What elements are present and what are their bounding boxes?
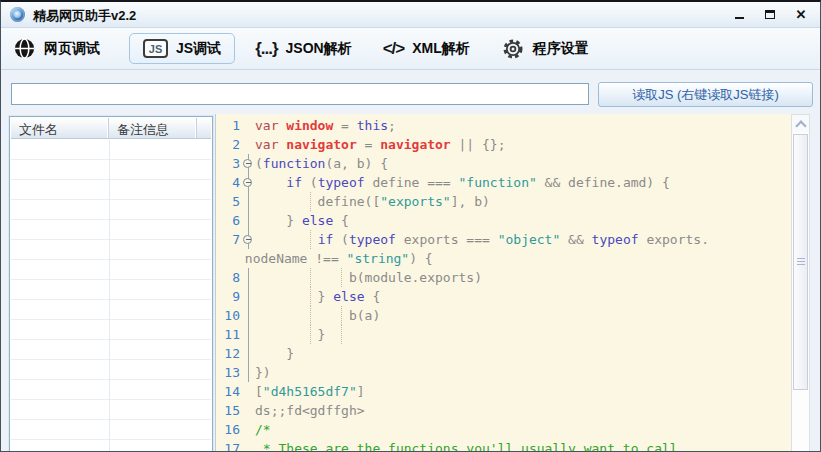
indent-guide [341, 268, 342, 287]
code-line: nodeName !== "string") { [216, 249, 791, 268]
column-header-filler [197, 118, 211, 138]
fold-column [242, 306, 255, 325]
code-line: 14["d4h5165df7"] [216, 382, 791, 401]
url-input[interactable] [11, 83, 589, 105]
code-line: 12 } [216, 344, 791, 363]
fold-column [242, 287, 255, 306]
fold-column [242, 401, 255, 420]
fold-rail [248, 306, 249, 325]
fold-column [242, 230, 255, 249]
tab-js-debug[interactable]: JS JS调试 [129, 33, 235, 64]
fold-column [242, 382, 255, 401]
maximize-icon [765, 10, 775, 19]
js-icon: JS [143, 39, 168, 58]
fold-rail [248, 325, 249, 344]
line-number: 1 [216, 116, 242, 135]
line-number: 3 [216, 154, 242, 173]
fold-rail [248, 344, 249, 363]
line-number: 2 [216, 135, 242, 154]
code-text: var navigator = navigator || {}; [255, 135, 791, 154]
code-line: 3(function(a, b) { [216, 154, 791, 173]
fold-rail [248, 211, 249, 230]
line-number: 9 [216, 287, 242, 306]
code-text: } [255, 325, 791, 344]
tab-web-debug[interactable]: 网页调试 [11, 32, 102, 65]
fold-column [242, 439, 255, 452]
code-line: 10 b(a) [216, 306, 791, 325]
code-text: if (typeof exports === "object" && typeo… [255, 230, 791, 249]
fold-column [242, 135, 255, 154]
fold-column [242, 344, 255, 363]
code-text: if (typeof define === "function" && defi… [255, 173, 791, 192]
fold-column [242, 325, 255, 344]
column-header-remark[interactable]: 备注信息 [109, 118, 197, 138]
line-number: 14 [216, 382, 242, 401]
code-line: 13}) [216, 363, 791, 382]
app-window: 精易网页助手v2.2 ✕ 网页调试 JS JS调试 {...} JSON解析 <… [0, 0, 821, 452]
code-line: 17 * These are the functions you'll usua… [216, 439, 791, 452]
line-number: 13 [216, 363, 242, 382]
code-line: 6 } else { [216, 211, 791, 230]
code-text: define(["exports"], b) [255, 192, 791, 211]
close-button[interactable]: ✕ [794, 8, 808, 22]
column-header-filename[interactable]: 文件名 [11, 118, 109, 138]
tab-label: XML解析 [412, 40, 470, 58]
scrollbar-thumb[interactable] [793, 134, 808, 390]
code-line: 8 b(module.exports) [216, 268, 791, 287]
tab-json-parse[interactable]: {...} JSON解析 [253, 34, 354, 64]
fold-rail [248, 363, 249, 382]
indent-guide [310, 192, 311, 211]
fold-rail [248, 192, 249, 211]
fold-rail [248, 268, 249, 287]
line-number: 12 [216, 344, 242, 363]
fold-marker[interactable] [243, 159, 252, 168]
fold-marker[interactable] [243, 178, 252, 187]
code-line: 7 if (typeof exports === "object" && typ… [216, 230, 791, 249]
scroll-up-button[interactable] [792, 115, 809, 132]
code-text: var window = this; [255, 116, 791, 135]
code-text: b(module.exports) [255, 268, 791, 287]
gear-icon [501, 37, 525, 61]
line-number: 7 [216, 230, 242, 249]
minimize-button[interactable] [732, 8, 746, 22]
line-number: 15 [216, 401, 242, 420]
indent-guide [310, 325, 311, 344]
file-list-body[interactable] [11, 140, 211, 452]
editor-scrollbar[interactable] [791, 114, 810, 452]
code-text: (function(a, b) { [255, 154, 791, 173]
fold-column [242, 268, 255, 287]
window-controls: ✕ [732, 7, 808, 22]
window-title: 精易网页助手v2.2 [33, 7, 136, 25]
indent-guide [341, 325, 342, 344]
main-toolbar: 网页调试 JS JS调试 {...} JSON解析 </> XML解析 程序设置 [1, 28, 820, 70]
code-line: 15ds;;fd<gdffgh> [216, 401, 791, 420]
code-text: } else { [255, 287, 791, 306]
tab-xml-parse[interactable]: </> XML解析 [381, 34, 472, 64]
code-lines: 1var window = this;2var navigator = navi… [216, 116, 791, 452]
code-line: 11 } [216, 325, 791, 344]
code-text: b(a) [255, 306, 791, 325]
fold-marker[interactable] [243, 235, 252, 244]
line-number: 17 [216, 439, 242, 452]
indent-guide [310, 230, 311, 249]
app-icon [10, 7, 25, 22]
file-list-panel: 文件名 备注信息 [9, 116, 213, 452]
read-js-button-label: 读取JS (右键读取JS链接) [632, 86, 779, 104]
code-text: ds;;fd<gdffgh> [255, 401, 791, 420]
file-list-inner: 文件名 备注信息 [11, 118, 211, 452]
tab-settings[interactable]: 程序设置 [499, 32, 591, 66]
read-js-button[interactable]: 读取JS (右键读取JS链接) [598, 82, 813, 107]
globe-icon [13, 37, 36, 60]
line-number: 16 [216, 420, 242, 439]
tab-label: JSON解析 [286, 40, 352, 58]
maximize-button[interactable] [763, 8, 777, 22]
code-line: 9 } else { [216, 287, 791, 306]
code-line: 4 if (typeof define === "function" && de… [216, 173, 791, 192]
line-number: 5 [216, 192, 242, 211]
fold-column [242, 173, 255, 192]
fold-column [242, 363, 255, 382]
code-text: } else { [255, 211, 791, 230]
code-editor[interactable]: 1var window = this;2var navigator = navi… [215, 114, 791, 452]
fold-column [242, 211, 255, 230]
code-text: * These are the functions you'll usually… [255, 439, 791, 452]
